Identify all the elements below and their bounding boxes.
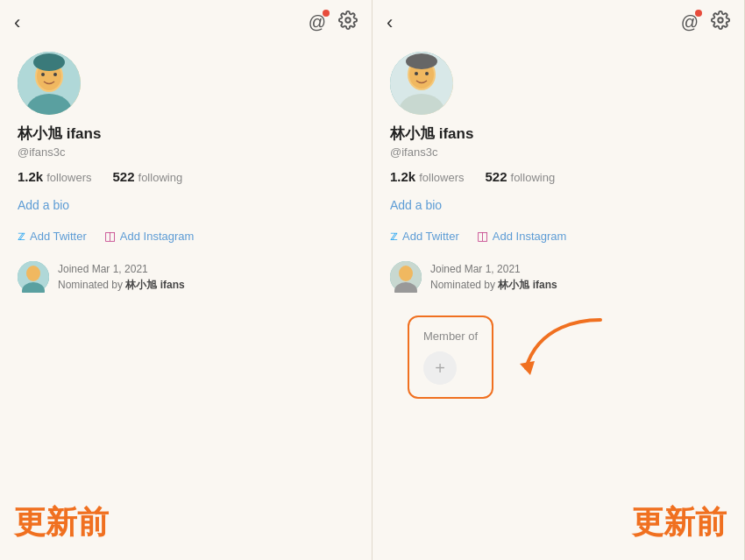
- top-bar-left: ‹ @: [0, 0, 372, 45]
- instagram-icon-right: ◫: [477, 229, 488, 243]
- member-of-area: Member of +: [390, 307, 727, 399]
- followers-stat-left: 1.2k followers: [18, 169, 92, 184]
- user-handle-left: @ifans3c: [18, 145, 354, 159]
- svg-point-7: [33, 53, 65, 71]
- mentions-icon-right[interactable]: @: [681, 12, 699, 32]
- following-stat-right: 522 following: [486, 169, 556, 184]
- username-right: 林小旭 ifans: [390, 124, 727, 144]
- notification-badge-right: [695, 10, 702, 17]
- avatar-right: [390, 52, 453, 115]
- back-button-right[interactable]: ‹: [387, 13, 393, 32]
- followers-count-left: 1.2k: [18, 169, 43, 184]
- before-label-right: 更新前: [632, 501, 727, 544]
- arrow-annotation: [513, 315, 609, 389]
- following-count-left: 522: [113, 169, 135, 184]
- stats-row-right: 1.2k followers 522 following: [390, 169, 727, 184]
- add-twitter-right[interactable]: 𝕫 Add Twitter: [390, 228, 459, 244]
- top-icons-right: @: [681, 11, 730, 34]
- back-button-left[interactable]: ‹: [14, 13, 20, 32]
- top-bar-right: ‹ @: [372, 0, 744, 45]
- social-row-left: 𝕫 Add Twitter ◫ Add Instagram: [18, 228, 354, 244]
- user-handle-right: @ifans3c: [390, 145, 727, 159]
- add-bio-right[interactable]: Add a bio: [390, 198, 727, 212]
- svg-point-18: [406, 53, 437, 69]
- svg-point-5: [41, 73, 45, 76]
- member-plus-button[interactable]: +: [423, 351, 457, 385]
- joined-section-right: Joined Mar 1, 2021 Nominated by 林小旭 ifan…: [390, 261, 727, 293]
- profile-section-left: 林小旭 ifans @ifans3c 1.2k followers 522 fo…: [0, 45, 372, 293]
- followers-stat-right: 1.2k followers: [390, 169, 465, 184]
- social-row-right: 𝕫 Add Twitter ◫ Add Instagram: [390, 228, 727, 244]
- svg-point-20: [399, 266, 413, 281]
- joined-text-right: Joined Mar 1, 2021 Nominated by 林小旭 ifan…: [430, 261, 557, 293]
- svg-point-16: [415, 72, 418, 75]
- username-left: 林小旭 ifans: [18, 124, 354, 144]
- avatar-left: [18, 52, 81, 115]
- svg-point-9: [26, 266, 40, 281]
- joined-avatar-left: [18, 261, 49, 293]
- svg-point-11: [718, 18, 723, 23]
- notification-badge-left: [323, 10, 330, 17]
- joined-section-left: Joined Mar 1, 2021 Nominated by 林小旭 ifan…: [18, 261, 354, 293]
- top-icons-left: @: [309, 11, 358, 34]
- profile-section-right: 林小旭 ifans @ifans3c 1.2k followers 522 fo…: [372, 45, 744, 293]
- twitter-icon-left: 𝕫: [18, 228, 25, 244]
- followers-label-left: followers: [46, 171, 91, 184]
- svg-point-6: [53, 73, 57, 76]
- svg-marker-22: [520, 361, 535, 375]
- twitter-icon-right: 𝕫: [390, 228, 398, 244]
- settings-icon-right[interactable]: [711, 11, 730, 34]
- svg-point-0: [345, 18, 351, 23]
- following-count-right: 522: [486, 169, 507, 184]
- right-panel: ‹ @: [372, 0, 745, 560]
- following-stat-left: 522 following: [113, 169, 183, 184]
- joined-avatar-right: [390, 261, 422, 293]
- add-instagram-left[interactable]: ◫ Add Instagram: [104, 229, 195, 243]
- before-label-left: 更新前: [14, 501, 109, 544]
- settings-icon-left[interactable]: [338, 11, 358, 34]
- left-panel: ‹ @: [0, 0, 372, 560]
- followers-label-right: followers: [419, 171, 464, 184]
- stats-row-left: 1.2k followers 522 following: [18, 169, 354, 184]
- svg-point-17: [425, 72, 429, 75]
- add-instagram-right[interactable]: ◫ Add Instagram: [477, 229, 567, 243]
- following-label-left: following: [138, 171, 183, 184]
- member-of-box: Member of +: [408, 315, 493, 399]
- member-of-label: Member of: [423, 330, 478, 343]
- add-bio-left[interactable]: Add a bio: [18, 198, 354, 212]
- following-label-right: following: [511, 171, 556, 184]
- followers-count-right: 1.2k: [390, 169, 415, 184]
- mentions-icon-left[interactable]: @: [309, 12, 326, 32]
- instagram-icon-left: ◫: [104, 229, 116, 243]
- add-twitter-left[interactable]: 𝕫 Add Twitter: [18, 228, 87, 244]
- joined-text-left: Joined Mar 1, 2021 Nominated by 林小旭 ifan…: [58, 261, 185, 293]
